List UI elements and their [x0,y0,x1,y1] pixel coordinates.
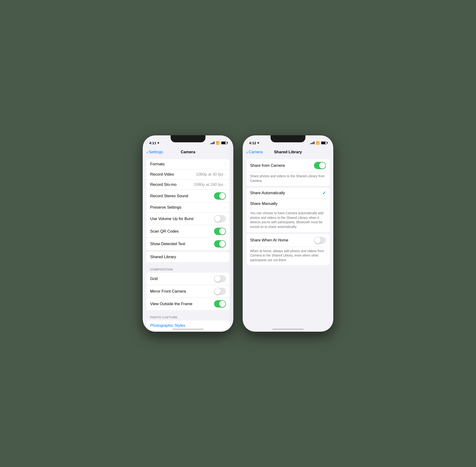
show-text-label: Show Detected Text [150,242,214,246]
record-video-value: 1080p at 30 fps [196,172,223,177]
nav-header-2: ‹ Camera Shared Library [243,147,333,157]
status-icons-1: 📶 [210,141,227,145]
volume-burst-label: Use Volume Up for Burst [150,217,214,221]
record-slomo-row[interactable]: Record Slo-mo 1080p at 240 fps › [146,180,230,190]
shared-library-row[interactable]: Shared Library › [146,252,230,262]
record-slomo-chevron: › [225,182,226,187]
mirror-front-label: Mirror Front Camera [150,289,214,294]
back-label-2: Camera [249,150,263,155]
share-when-home-label: Share When At Home [250,238,288,243]
phone-1-screen: 4:11 ★ 📶 ‹ Settings Camera [143,135,233,332]
photo-capture-label: PHOTO CAPTURE [143,312,233,321]
nav-header-1: ‹ Settings Camera [143,147,233,157]
signal-icon-2 [310,142,314,144]
page-title-2: Shared Library [274,150,302,155]
main-settings-group: Formats › Record Video 1080p at 30 fps ›… [146,159,230,250]
view-outside-label: View Outside the Frame [150,302,214,306]
formats-row[interactable]: Formats › [146,159,230,169]
formats-label: Formats [150,162,225,167]
formats-chevron: › [225,162,226,166]
phone-2-screen: 4:12 ★ 📶 ‹ Camera Shared Library [243,135,333,332]
settings-content-1: Formats › Record Video 1080p at 30 fps ›… [143,157,233,332]
share-automatically-checkmark: ✓ [322,191,326,195]
preserve-settings-label: Preserve Settings [150,205,225,210]
battery-icon-1 [221,142,227,144]
scan-qr-label: Scan QR Codes [150,229,214,234]
time-display-1: 4:11 [149,141,156,145]
status-icons-2: 📶 [310,141,327,145]
share-automatically-row[interactable]: Share Automatically ✓ [246,188,330,199]
notch [171,135,205,142]
wifi-icon-2: 📶 [316,141,320,145]
grid-label: Grid [150,276,214,281]
share-when-home-group: Share When At Home When at home, always … [246,234,330,265]
home-indicator-1 [173,329,204,330]
record-video-row[interactable]: Record Video 1080p at 30 fps › [146,169,230,180]
battery-icon-2 [321,142,327,144]
view-outside-row[interactable]: View Outside the Frame [146,298,230,310]
share-when-home-description: When at home, always add photos and vide… [246,247,330,265]
status-time-2: 4:12 ★ [249,141,259,145]
view-outside-toggle[interactable] [214,300,226,308]
photo-styles-label[interactable]: Photographic Styles [150,323,226,328]
back-chevron-2: ‹ [246,150,248,155]
signal-icon-1 [210,142,214,144]
share-options-group: Share Automatically ✓ Share Manually You… [246,188,330,232]
time-display-2: 4:12 [249,141,256,145]
phone-1: 4:11 ★ 📶 ‹ Settings Camera [143,135,233,332]
share-manually-label: Share Manually [250,201,277,206]
photo-styles-description: Personalize the look of your photos by b… [146,331,230,332]
record-video-chevron: › [225,172,226,177]
back-button-1[interactable]: ‹ Settings [146,150,163,155]
notch-2 [271,135,305,142]
mirror-front-row[interactable]: Mirror Front Camera [146,285,230,298]
record-video-label: Record Video [150,172,196,177]
grid-toggle[interactable] [214,275,226,282]
shared-library-group: Shared Library › [146,252,230,262]
share-automatically-label: Share Automatically [250,191,285,195]
share-when-home-row[interactable]: Share When At Home [246,234,330,247]
record-slomo-label: Record Slo-mo [150,182,194,187]
share-when-home-toggle[interactable] [314,237,326,244]
status-time-1: 4:11 ★ [149,141,159,145]
share-from-camera-group: Share from Camera Share photos and video… [246,159,330,186]
share-options-description: You can choose to have Camera automatica… [246,209,330,232]
record-slomo-value: 1080p at 240 fps [194,182,223,187]
share-from-camera-description: Share photos and videos to the Shared Li… [246,172,330,186]
grid-row[interactable]: Grid [146,272,230,285]
back-chevron-1: ‹ [146,150,148,155]
mirror-front-toggle[interactable] [214,288,226,295]
show-text-toggle[interactable] [214,240,226,247]
preserve-settings-chevron: › [225,205,226,209]
home-indicator-2 [272,329,303,330]
record-stereo-row[interactable]: Record Stereo Sound [146,190,230,202]
composition-label: COMPOSITION [143,264,233,272]
page-title-1: Camera [181,150,195,155]
star-icon-1: ★ [157,142,159,144]
composition-group: Grid Mirror Front Camera View Outside th… [146,272,230,310]
show-text-row[interactable]: Show Detected Text [146,238,230,250]
phone-2: 4:12 ★ 📶 ‹ Camera Shared Library [243,135,333,332]
star-icon-2: ★ [257,142,259,144]
shared-library-content: Share from Camera Share photos and video… [243,157,333,332]
record-stereo-toggle[interactable] [214,192,226,200]
share-from-camera-toggle[interactable] [314,162,326,169]
share-from-camera-label: Share from Camera [250,163,285,168]
shared-library-label: Shared Library [150,255,225,259]
shared-library-chevron: › [225,255,226,259]
share-manually-row[interactable]: Share Manually [246,199,330,209]
preserve-settings-row[interactable]: Preserve Settings › [146,202,230,213]
photo-capture-group: Photographic Styles Personalize the look… [146,321,230,332]
volume-burst-toggle[interactable] [214,215,226,222]
back-button-2[interactable]: ‹ Camera [246,150,263,155]
volume-burst-row[interactable]: Use Volume Up for Burst [146,213,230,225]
scan-qr-toggle[interactable] [214,228,226,235]
share-from-camera-row[interactable]: Share from Camera [246,159,330,172]
wifi-icon-1: 📶 [216,141,220,145]
back-label-1: Settings [149,150,163,155]
scan-qr-row[interactable]: Scan QR Codes [146,225,230,238]
record-stereo-label: Record Stereo Sound [150,194,214,198]
